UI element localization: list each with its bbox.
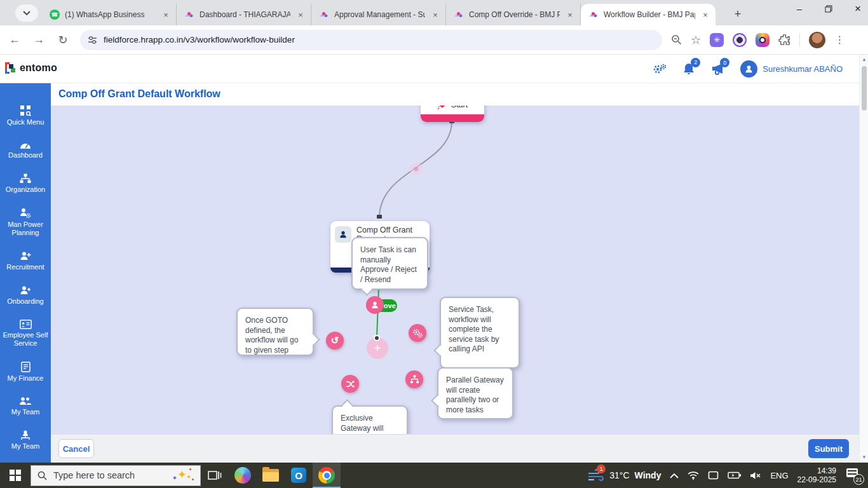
settings-gears-icon[interactable] xyxy=(653,64,667,75)
zoom-search-icon[interactable] xyxy=(671,34,682,45)
browser-toolbar: ← → ↻ fieldforce.hrapp.co.in/v3/workflow… xyxy=(0,25,868,55)
submit-button[interactable]: Submit xyxy=(808,439,849,458)
approver-person-icon[interactable] xyxy=(366,296,384,314)
workflow-canvas[interactable]: Start Comp Off Grant Request User Task i… xyxy=(51,105,859,434)
tab-title: Dashboard - THIAGARAJAR C xyxy=(200,10,290,19)
hrapp-cloud-icon: ☁ xyxy=(454,10,464,20)
cancel-button[interactable]: Cancel xyxy=(58,439,94,458)
extension-instagram-icon[interactable] xyxy=(756,33,770,47)
clock[interactable]: 14:39 22-09-2025 xyxy=(797,466,836,484)
copilot-button[interactable] xyxy=(229,463,257,488)
megaphone-icon[interactable]: 0 xyxy=(711,63,724,75)
start-windows-icon xyxy=(10,470,21,481)
user-menu[interactable]: Sureshkumar ABAÑO xyxy=(740,60,843,78)
tab-close-icon[interactable]: × xyxy=(700,10,710,20)
window-close-button[interactable]: × xyxy=(851,3,864,15)
person-plus-icon xyxy=(20,251,31,261)
logo-text: entomo xyxy=(20,62,57,74)
search-highlights-icon[interactable]: ✦✦ xyxy=(172,468,194,483)
app-header: entomo 2 0 Sureshkumar ABAÑO xyxy=(0,55,868,83)
org-tree-icon xyxy=(20,173,31,184)
tab-close-icon[interactable]: × xyxy=(565,10,575,20)
outlook-icon: O xyxy=(291,468,306,483)
bell-icon[interactable]: 2 xyxy=(683,63,695,76)
page-scrollbar[interactable]: ▲ ▼ xyxy=(859,55,868,463)
parallel-gateway-button[interactable] xyxy=(405,370,423,388)
chrome-button[interactable] xyxy=(313,463,341,488)
battery-icon[interactable] xyxy=(728,471,741,479)
back-icon[interactable]: ← xyxy=(5,30,24,50)
sidebar-item-organization[interactable]: Organization xyxy=(1,173,50,194)
temperature: 31°C xyxy=(609,470,629,480)
scroll-up-icon[interactable]: ▲ xyxy=(860,55,868,64)
action-center-button[interactable]: 21 xyxy=(845,468,862,482)
start-node-label: Start xyxy=(451,105,468,109)
file-explorer-icon xyxy=(262,469,279,482)
tab-dashboard[interactable]: ☁ Dashboard - THIAGARAJAR C × xyxy=(177,4,311,25)
tab-approval-management[interactable]: ☁ Approval Management - Sur × xyxy=(311,4,446,25)
puzzle-extensions-icon[interactable] xyxy=(778,34,790,46)
goto-undo-button[interactable]: ↺ xyxy=(326,332,344,349)
display-icon[interactable] xyxy=(708,471,719,480)
connector-endpoint[interactable] xyxy=(374,335,380,341)
scroll-down-icon[interactable]: ▼ xyxy=(860,452,868,461)
chevron-up-icon[interactable] xyxy=(670,473,679,478)
language-indicator[interactable]: ENG xyxy=(770,471,788,480)
weather-widget[interactable]: 1 31°C Windy xyxy=(588,469,661,482)
wifi-icon[interactable] xyxy=(688,471,699,480)
new-tab-button[interactable]: + xyxy=(729,6,746,22)
start-button[interactable] xyxy=(0,463,31,488)
sidebar-item-man-power-planning[interactable]: Man Power Planning xyxy=(1,208,50,237)
scrollbar-thumb[interactable] xyxy=(862,66,867,111)
whatsapp-icon: ☎ xyxy=(50,10,60,20)
window-minimize-button[interactable]: – xyxy=(793,3,806,15)
service-task-button[interactable] xyxy=(409,324,426,342)
person-org-icon xyxy=(20,430,31,440)
sidebar-item-onboarding[interactable]: Onboarding xyxy=(1,285,50,306)
window-restore-button[interactable] xyxy=(822,3,835,15)
taskbar-search-input[interactable]: Type here to search ✦✦ xyxy=(31,465,201,486)
page-title-bar: Comp Off Grant Default Workflow xyxy=(51,83,859,105)
sidebar-item-dashboard[interactable]: Dashboard xyxy=(1,140,50,159)
sidebar-item-my-team-2[interactable]: My Team xyxy=(1,430,50,451)
sidebar-item-my-finance[interactable]: My Finance xyxy=(1,362,50,383)
file-explorer-button[interactable] xyxy=(257,463,285,488)
extension-camera-icon[interactable] xyxy=(733,33,747,47)
date: 22-09-2025 xyxy=(797,475,836,484)
tooltip-service-task: Service Task, workflow will complete the… xyxy=(440,297,520,369)
sidebar-item-my-team[interactable]: My Team xyxy=(1,396,50,416)
reload-icon[interactable]: ↻ xyxy=(53,30,72,50)
outlook-button[interactable]: O xyxy=(285,463,313,488)
notification-count-badge: 2 xyxy=(691,58,700,67)
tab-search-button[interactable] xyxy=(15,4,38,22)
start-node[interactable]: Start xyxy=(421,105,484,122)
user-name: Sureshkumar ABAÑO xyxy=(763,64,843,74)
tab-workflow-builder[interactable]: ☁ Workflow Builder - BMJ Pape × xyxy=(581,4,715,25)
tab-whatsapp[interactable]: ☎ (1) WhatsApp Business × xyxy=(42,4,177,25)
tab-close-icon[interactable]: × xyxy=(430,10,440,20)
sidebar-item-employee-self-service[interactable]: Employee Self Service xyxy=(1,320,50,348)
volume-muted-icon[interactable] xyxy=(750,471,761,480)
tooltip-user-task: User Task is can manually Approve / Reje… xyxy=(351,237,428,290)
forward-icon[interactable]: → xyxy=(29,30,48,50)
tab-close-icon[interactable]: × xyxy=(295,10,306,20)
tooltip-goto: Once GOTO defined, the workflow will go … xyxy=(236,308,314,356)
start-node-bar xyxy=(421,114,484,122)
finance-doc-icon xyxy=(21,362,31,372)
tab-close-icon[interactable]: × xyxy=(161,10,171,20)
extension-purple-icon[interactable]: ✳ xyxy=(710,33,724,47)
people-icon xyxy=(19,396,32,406)
address-bar[interactable]: fieldforce.hrapp.co.in/v3/workflow/workf… xyxy=(80,30,662,50)
browser-profile-avatar[interactable] xyxy=(809,32,825,48)
sidebar: Quick Menu Dashboard Organization Man Po… xyxy=(0,83,51,463)
exclusive-gateway-button[interactable] xyxy=(341,375,359,393)
browser-menu-icon[interactable]: ⋮ xyxy=(834,34,844,46)
sidebar-item-recruitment[interactable]: Recruitment xyxy=(1,251,50,271)
sidebar-item-quick-menu[interactable]: Quick Menu xyxy=(1,105,50,126)
restore-icon xyxy=(825,5,832,13)
star-bookmark-icon[interactable]: ☆ xyxy=(691,33,701,47)
user-avatar xyxy=(740,60,757,78)
task-view-button[interactable] xyxy=(201,463,229,488)
tab-comp-off-override[interactable]: ☁ Comp Off Override - BMJ Pa × xyxy=(446,4,581,25)
entomo-logo[interactable]: entomo xyxy=(5,62,57,74)
